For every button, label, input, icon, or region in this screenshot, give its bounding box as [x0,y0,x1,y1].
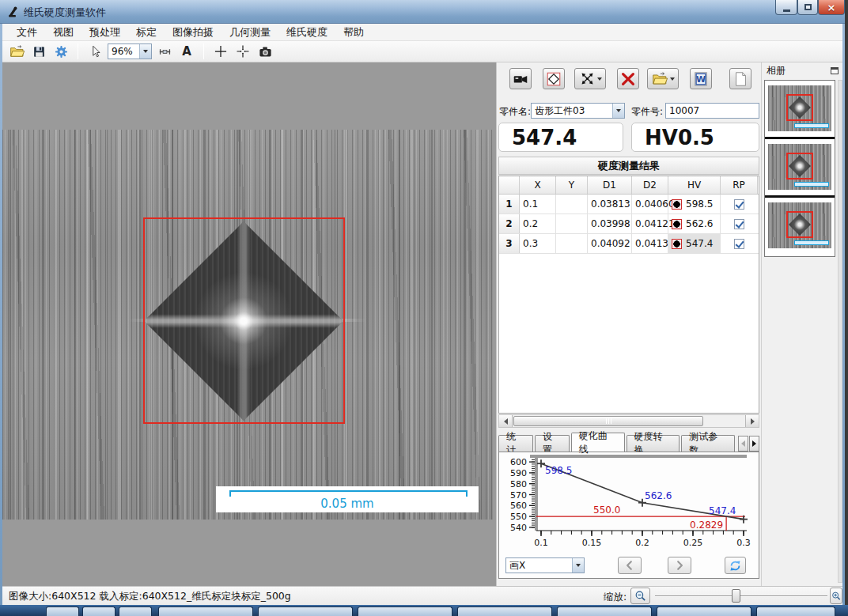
crosshair-center-icon [235,43,251,59]
col-header-d2: D2 [632,176,668,194]
scale-bar-label: 0.05 mm [216,497,479,511]
part-number-input[interactable]: 10007 [665,103,759,119]
cell-d1: 0.03998 [588,214,632,233]
scroll-left-button[interactable] [499,415,513,427]
album-scrollbar[interactable] [838,80,842,583]
auto-measure-button[interactable] [574,68,606,89]
open-result-button[interactable] [647,68,679,89]
chevron-left-icon [623,559,636,572]
plus-icon [213,43,229,59]
taskbar-button[interactable] [358,607,452,616]
specimen-image[interactable]: 0.05 mm [2,130,493,520]
cell-x: 0.2 [520,214,556,233]
indent-detect-button[interactable] [543,68,565,89]
tab-statistics[interactable]: 统计 [498,435,533,452]
center-tool-button[interactable] [233,43,252,60]
taskbar-button[interactable] [657,607,751,616]
hv-marker-icon[interactable] [672,199,682,210]
zoom-in-button[interactable] [830,588,842,604]
tab-hardness-conversion[interactable]: 硬度转换 [627,435,680,452]
menu-image-capture[interactable]: 图像拍摄 [165,23,221,42]
hardness-value: 547.4 [512,126,577,149]
rp-checkbox[interactable] [734,199,744,210]
thumbnail-3[interactable] [765,198,835,256]
tab-scroll-left-button[interactable] [738,436,748,452]
tab-hardening-curve[interactable]: 硬化曲线 [571,433,625,452]
cell-hv: 547.4 [668,234,721,253]
menu-file[interactable]: 文件 [9,23,45,42]
tab-scroll-right-button[interactable] [749,436,759,452]
delete-result-button[interactable] [617,68,639,89]
taskbar-button[interactable] [119,607,152,616]
cell-d2: 0.04139 [632,234,668,253]
cell-rp [721,195,758,214]
close-button[interactable]: × [818,0,845,15]
cell-y [556,234,588,253]
table-row-selected[interactable]: 3 0.3 0.04092 0.04139 547.4 [499,234,759,254]
table-row[interactable]: 1 0.1 0.03813 0.04060 598.5 [499,195,759,214]
taskbar-button[interactable] [258,607,353,616]
next-point-button[interactable] [668,557,691,574]
measure-tool-button[interactable] [155,43,174,60]
thumbnail-2[interactable] [765,139,835,198]
menu-preprocess[interactable]: 预处理 [81,23,128,42]
taskbar-button[interactable] [158,607,253,616]
zoom-out-button[interactable] [630,588,650,604]
text-tool-button[interactable]: A [177,43,196,60]
part-number-label: 零件号: [631,105,663,119]
rp-checkbox[interactable] [734,239,744,249]
zoom-slider-track[interactable] [655,595,827,597]
refresh-chart-button[interactable] [725,557,746,574]
tab-test-parameters[interactable]: 测试参数 [681,435,735,452]
hv-marker-icon[interactable] [672,239,682,249]
capture-button[interactable] [256,43,274,60]
part-name-combobox[interactable]: 齿形工件03 [531,103,625,119]
cross-tool-button[interactable] [211,43,230,60]
settings-button[interactable] [51,43,70,60]
table-row[interactable]: 2 0.2 0.03998 0.04121 562.6 [499,214,759,234]
new-document-button[interactable] [729,68,751,89]
scrollbar-thumb[interactable] [513,416,703,426]
gear-icon [54,44,69,59]
maximize-button[interactable] [797,0,818,15]
combo-arrow[interactable] [139,44,151,59]
menu-geometry-measure[interactable]: 几何测量 [221,23,278,42]
thumbnail-1[interactable] [765,81,835,139]
table-hscrollbar[interactable] [498,414,759,428]
triangle-left-icon [741,440,745,447]
float-panel-icon[interactable] [831,67,839,74]
camera-icon [258,44,273,59]
taskbar-button[interactable] [557,607,652,616]
menu-view[interactable]: 视图 [45,23,81,42]
measurement-roi-box[interactable] [143,217,345,424]
image-viewer[interactable]: 0.05 mm [2,62,497,586]
zoom-level-combobox[interactable]: 96% [108,43,152,59]
menu-help[interactable]: 帮助 [335,23,372,42]
minimize-button[interactable] [775,0,797,15]
taskbar-button[interactable] [457,607,552,616]
thumbnail-image [768,202,831,248]
prev-point-button[interactable] [618,557,642,574]
chart-series-combobox[interactable]: 画X [505,557,585,573]
taskbar-button[interactable] [82,607,115,616]
export-word-button[interactable]: W [690,68,712,89]
menu-vickers-hardness[interactable]: 维氏硬度 [278,23,335,42]
thumbnail-image [768,144,831,190]
combo-arrow[interactable] [612,104,624,118]
video-capture-button[interactable] [509,68,532,89]
title-bar[interactable]: 维氏硬度测量软件 × [0,0,845,24]
scale-bracket [229,490,468,497]
menu-calibration[interactable]: 标定 [128,23,165,42]
hv-marker-icon[interactable] [672,219,682,229]
taskbar-button[interactable] [46,607,79,616]
save-button[interactable] [29,43,48,60]
scroll-right-button[interactable] [745,415,759,427]
zoom-slider-handle[interactable] [732,589,740,603]
hardening-curve-panel: 5405505605705805906000.10.150.20.250.355… [498,452,759,579]
open-button[interactable] [7,43,26,60]
select-tool-button[interactable] [85,43,104,60]
taskbar-button[interactable] [756,607,835,616]
combo-arrow[interactable] [572,558,584,573]
tab-settings[interactable]: 设置 [535,435,570,452]
rp-checkbox[interactable] [734,219,744,229]
